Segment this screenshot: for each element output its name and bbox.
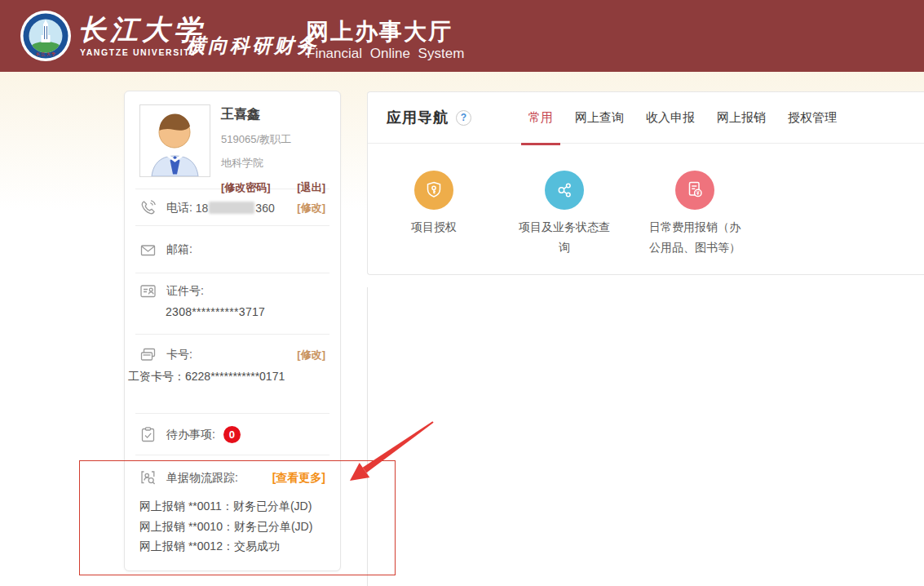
nav-tabs: 常用 网上查询 收入申报 网上报销 授权管理: [528, 92, 859, 144]
tracking-list: 网上报销 **0011：财务已分单(JD) 网上报销 **0010：财务已分单(…: [139, 496, 325, 557]
svg-text:长 江 大 学: 长 江 大 学: [35, 51, 55, 57]
id-card-icon: [139, 282, 157, 300]
tab-income-declare[interactable]: 收入申报: [646, 92, 695, 144]
salary-card-number: 工资卡号：6228***********0171: [128, 370, 325, 384]
invoice-yen-icon: ¥: [675, 171, 714, 210]
user-id-role: 519065/教职工: [221, 132, 325, 147]
phone-prefix: 18: [196, 202, 209, 215]
person-search-icon: [139, 469, 157, 486]
cert-value: 2308**********3717: [166, 305, 325, 318]
app-grid: 项目授权 项目及业务状态查询 ¥: [381, 171, 772, 258]
app-label: 项目授权: [385, 217, 483, 238]
bank-card-icon: [139, 346, 157, 363]
view-more-link[interactable]: [查看更多]: [272, 471, 325, 486]
avatar: [139, 104, 210, 177]
profile-section: 王喜鑫 519065/教职工 地科学院 [修改密码] [退出]: [135, 91, 329, 189]
panel-header: 应用导航 ? 常用 网上查询 收入申报 网上报销 授权管理: [368, 92, 924, 144]
app-daily-expense-reimburse[interactable]: ¥ 日常费用报销（办公用品、图书等）: [642, 171, 748, 258]
phone-label: 电话:: [166, 201, 192, 215]
tracking-item[interactable]: 网上报销 **0012：交易成功: [139, 536, 325, 557]
tab-auth-manage[interactable]: 授权管理: [788, 92, 837, 144]
university-name-en: YANGTZE UNIVERSITY: [80, 47, 197, 57]
panel-title: 应用导航: [387, 108, 449, 127]
share-icon: [545, 171, 584, 210]
app-label: 项目及业务状态查询: [515, 217, 613, 258]
phone-modify-link[interactable]: [修改]: [297, 201, 325, 215]
user-name: 王喜鑫: [221, 106, 325, 123]
tab-online-reimburse[interactable]: 网上报销: [717, 92, 766, 144]
tab-changyong[interactable]: 常用: [528, 92, 553, 144]
annotation-arrow: [343, 412, 444, 490]
tracking-section: 单据物流跟踪: [查看更多] 网上报销 **0011：财务已分单(JD) 网上报…: [135, 455, 329, 557]
app-header: 长 江 大 学 长江大学 YANGTZE UNIVERSITY 横向科研财务 网…: [0, 0, 924, 72]
phone-redaction-blur: [209, 202, 254, 214]
todo-count-badge[interactable]: 0: [223, 426, 241, 443]
card-modify-link[interactable]: [修改]: [297, 348, 325, 362]
system-title-en: Financial Online System: [307, 46, 464, 62]
university-seal-logo: 长 江 大 学: [20, 10, 72, 62]
user-college: 地科学院: [221, 156, 325, 171]
card-label: 卡号:: [166, 348, 192, 362]
column-divider: [367, 287, 368, 586]
app-navigation-panel: 应用导航 ? 常用 网上查询 收入申报 网上报销 授权管理 项目授权: [367, 91, 924, 275]
logout-link[interactable]: [退出]: [297, 180, 325, 195]
tracking-item[interactable]: 网上报销 **0010：财务已分单(JD): [139, 517, 325, 537]
email-label: 邮箱:: [166, 242, 192, 257]
change-password-link[interactable]: [修改密码]: [221, 180, 271, 195]
phone-suffix: 360: [255, 202, 274, 215]
todo-label: 待办事项:: [166, 428, 215, 442]
cert-label: 证件号:: [166, 284, 204, 299]
cert-section: 证件号: 2308**********3717: [135, 273, 329, 335]
todo-section: 待办事项: 0: [135, 414, 329, 455]
user-profile-card: 王喜鑫 519065/教职工 地科学院 [修改密码] [退出] 电话: 1836…: [124, 91, 341, 571]
phone-icon: [139, 199, 157, 216]
tracking-label: 单据物流跟踪:: [166, 471, 238, 486]
clipboard-check-icon: [139, 426, 157, 443]
app-label: 日常费用报销（办公用品、图书等）: [646, 217, 744, 258]
system-title-cn: 网上办事大厅: [306, 16, 453, 47]
bank-card-section: 卡号: [修改] 工资卡号：6228***********0171: [135, 335, 329, 414]
help-icon[interactable]: ?: [456, 110, 471, 126]
department-name: 横向科研财务: [186, 33, 318, 59]
tracking-item[interactable]: 网上报销 **0011：财务已分单(JD): [139, 496, 325, 517]
email-section: 邮箱:: [135, 226, 329, 273]
envelope-icon: [139, 242, 157, 259]
app-project-status-query[interactable]: 项目及业务状态查询: [511, 171, 617, 258]
shield-key-icon: [414, 171, 453, 210]
app-project-auth[interactable]: 项目授权: [381, 171, 487, 258]
tab-online-query[interactable]: 网上查询: [575, 92, 624, 144]
svg-text:¥: ¥: [696, 190, 700, 196]
